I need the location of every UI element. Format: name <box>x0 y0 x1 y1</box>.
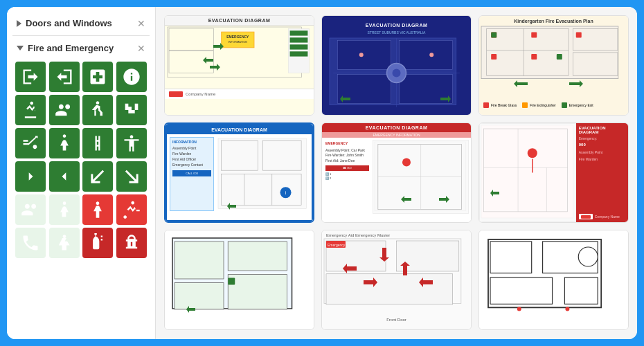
escalator-icon[interactable] <box>15 128 46 158</box>
svg-text:INFORMATION: INFORMATION <box>228 40 247 44</box>
svg-rect-77 <box>326 274 453 304</box>
diag5-info: EMERGENCY Assembly Point: Car Park Fire … <box>324 140 370 214</box>
person-running-icon[interactable] <box>116 194 147 225</box>
svg-point-64 <box>528 148 537 158</box>
svg-rect-59 <box>481 125 573 218</box>
svg-rect-11 <box>290 30 308 35</box>
fire-hydrant-icon[interactable] <box>116 228 147 258</box>
svg-rect-68 <box>175 242 224 279</box>
svg-point-90 <box>578 247 598 266</box>
diagram-card-9[interactable] <box>478 230 629 330</box>
left-panel: Doors and Windows ✕ Fire and Emergency ✕ <box>7 7 156 339</box>
svg-rect-88 <box>490 277 553 304</box>
diagram-card-7[interactable] <box>164 230 314 330</box>
diagram-card-6[interactable]: EVACUATION DIAGRAM Emergency: 000 Assemb… <box>478 122 629 223</box>
diag6-floorplan <box>479 123 576 222</box>
person-exit-icon[interactable] <box>82 95 113 125</box>
svg-rect-13 <box>290 44 308 49</box>
first-aid-icon[interactable] <box>82 62 113 92</box>
section-label-doors: Doors and Windows <box>26 18 112 28</box>
diag7-body <box>165 230 314 325</box>
diag5-floorplan <box>373 140 469 214</box>
svg-marker-41 <box>514 80 528 87</box>
diagram-card-2[interactable]: EVACUATION DIAGRAM STREET SUBURBS VIC AU… <box>321 15 472 116</box>
exit-person-icon[interactable] <box>49 128 80 158</box>
arrow-right-icon[interactable] <box>15 161 46 192</box>
diag2-title: EVACUATION DIAGRAM <box>326 20 467 30</box>
svg-rect-37 <box>491 54 497 60</box>
svg-rect-89 <box>564 277 598 304</box>
svg-rect-36 <box>576 33 582 38</box>
disabled-icon[interactable] <box>116 128 147 158</box>
svg-point-24 <box>359 53 364 57</box>
arrow-up-exit-icon[interactable] <box>15 95 46 125</box>
diag5-subtitle: EMERGENCY INFORMATION <box>322 132 471 138</box>
diagram-card-5[interactable]: EVACUATION DIAGRAM EMERGENCY INFORMATION… <box>321 122 472 223</box>
diagram-card-1[interactable]: EVACUATION DIAGRAM EMERGENCY I <box>164 15 314 116</box>
diag1-floorplan: EMERGENCY INFORMATION <box>165 26 314 89</box>
svg-point-92 <box>565 307 569 311</box>
section-doors-windows[interactable]: Doors and Windows ✕ <box>12 15 150 31</box>
section-divider <box>12 35 150 36</box>
svg-rect-38 <box>531 54 537 60</box>
exit-left-icon[interactable] <box>49 62 80 92</box>
svg-rect-43 <box>218 138 306 209</box>
svg-rect-12 <box>290 37 308 42</box>
person-standing-icon[interactable] <box>82 194 113 225</box>
fire-emergency-icons-grid <box>12 59 150 261</box>
diag5-title: EVACUATION DIAGRAM <box>322 123 471 132</box>
diag9-body <box>479 230 628 327</box>
diag4-sidebar: INFORMATION Assembly PointFire WardenFir… <box>170 137 214 211</box>
diag3-legend: Fire Break Glass Fire Extinguisher Emerg… <box>479 100 628 110</box>
svg-rect-52 <box>375 142 466 211</box>
svg-rect-69 <box>175 283 224 309</box>
diag4-floorplan: i <box>217 137 309 211</box>
close-doors-btn[interactable]: ✕ <box>137 19 145 28</box>
diag2-floorplan <box>326 37 467 109</box>
svg-rect-40 <box>557 54 562 60</box>
diag8-floorplan: Emergency <box>322 237 471 313</box>
svg-rect-39 <box>491 33 497 38</box>
emergency-phone-icon[interactable] <box>15 228 46 258</box>
diagrams-grid: EVACUATION DIAGRAM EMERGENCY I <box>164 15 629 330</box>
arrow-down-right-icon[interactable] <box>116 161 147 192</box>
fire-extinguisher-icon[interactable] <box>82 228 113 258</box>
diagram-card-4[interactable]: EVACUATION DIAGRAM INFORMATION Assembly … <box>164 122 314 223</box>
diag1-title: EVACUATION DIAGRAM <box>165 16 314 26</box>
close-fire-btn[interactable]: ✕ <box>137 44 145 53</box>
ladder-icon[interactable] <box>82 128 113 158</box>
svg-marker-42 <box>569 80 583 87</box>
diag1-logo <box>169 91 183 97</box>
section-fire-emergency[interactable]: Fire and Emergency ✕ <box>12 40 150 56</box>
diag3-title: Kindergarten Fire Evacuation Plan <box>479 16 628 25</box>
right-panel: EVACUATION DIAGRAM EMERGENCY I <box>156 7 637 339</box>
assembly-point-icon[interactable] <box>15 194 46 225</box>
arrow-left-icon[interactable] <box>49 161 80 192</box>
svg-point-0 <box>62 201 66 205</box>
svg-rect-18 <box>337 40 391 69</box>
diag3-floorplan <box>479 25 628 98</box>
arrow-down-left-icon[interactable] <box>82 161 113 192</box>
diag6-sidebar: EVACUATION DIAGRAM Emergency: 000 Assemb… <box>576 123 628 222</box>
diagram-card-3[interactable]: Kindergarten Fire Evacuation Plan <box>478 15 629 116</box>
diagram-card-8[interactable]: Emergency Aid Emergency Muster <box>321 230 472 330</box>
svg-point-23 <box>393 69 401 78</box>
collapse-icon-doors <box>17 20 21 27</box>
svg-rect-19 <box>400 40 453 69</box>
safety-info-icon[interactable] <box>116 62 147 92</box>
diag1-footer: Company Name <box>165 89 314 99</box>
section-label-fire: Fire and Emergency <box>28 43 114 53</box>
diag6-red-title: EVACUATION DIAGRAM <box>579 126 625 134</box>
disabled2-icon[interactable] <box>49 194 80 225</box>
diag8-labels: Emergency Aid Emergency Muster <box>322 230 471 237</box>
svg-point-91 <box>517 307 521 311</box>
exit-right-icon[interactable] <box>15 62 46 92</box>
disabled-person-icon[interactable] <box>49 228 80 258</box>
stairs-exit-icon[interactable] <box>116 95 147 125</box>
svg-text:Emergency: Emergency <box>328 243 346 247</box>
svg-rect-70 <box>228 242 287 271</box>
arrow-up-exit2-icon[interactable] <box>49 95 80 125</box>
svg-point-56 <box>402 158 411 167</box>
main-container: Doors and Windows ✕ Fire and Emergency ✕ <box>7 7 637 339</box>
svg-rect-73 <box>228 277 235 284</box>
